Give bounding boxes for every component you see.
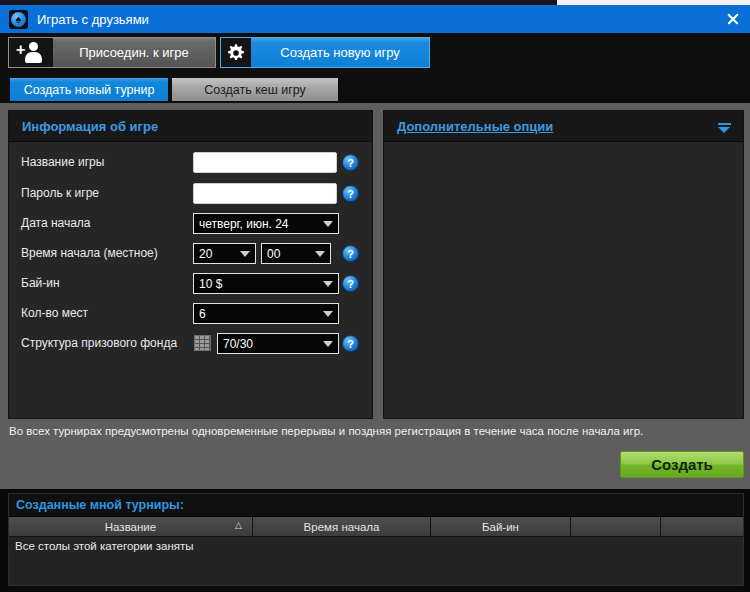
- prize-structure-row: Структура призового фонда 70/30 ?: [9, 333, 372, 355]
- start-date-dropdown[interactable]: четверг, июн. 24: [193, 213, 339, 234]
- tab-create-label: Создать новую игру: [251, 38, 429, 67]
- spade-icon: ♠: [11, 12, 26, 27]
- column-header-start-time[interactable]: Время начала: [253, 517, 430, 536]
- seats-dropdown[interactable]: 6: [193, 303, 339, 324]
- prize-structure-label: Структура призового фонда: [21, 336, 177, 350]
- buyin-help-icon[interactable]: ?: [342, 275, 359, 292]
- start-date-value: четверг, июн. 24: [199, 217, 289, 231]
- game-name-row: Название игры ?: [9, 152, 372, 174]
- password-row: Пароль к игре ?: [9, 183, 372, 205]
- password-help-icon[interactable]: ?: [342, 185, 359, 202]
- chevron-down-icon: [315, 251, 325, 257]
- collapse-panel-icon[interactable]: [718, 123, 731, 133]
- window-title: Играть с друзьями: [37, 12, 149, 27]
- start-hour-dropdown[interactable]: 20: [193, 243, 256, 264]
- tab-join-label: Присоедин. к игре: [53, 38, 215, 67]
- play-with-friends-dialog: ♠ Играть с друзьями + Присоедин. к игре …: [0, 0, 750, 592]
- my-tournaments-table-header: Название △ Время начала Бай-ин: [9, 517, 743, 537]
- tab-join-game[interactable]: + Присоедин. к игре: [8, 37, 216, 68]
- start-time-help-icon[interactable]: ?: [342, 245, 359, 262]
- buyin-value: 10 $: [199, 277, 222, 291]
- game-info-header: Информация об игре: [9, 111, 372, 142]
- my-tournaments-title: Созданные мной турниры:: [16, 498, 184, 512]
- column-header-empty-2[interactable]: [661, 517, 743, 536]
- additional-options-panel: Дополнительные опции: [383, 110, 744, 419]
- additional-options-header: Дополнительные опции: [384, 111, 743, 142]
- titlebar: ♠ Играть с друзьями: [0, 5, 750, 33]
- app-icon: ♠: [9, 10, 28, 29]
- my-tournaments-header: Созданные мной турниры:: [9, 494, 743, 517]
- start-hour-value: 20: [199, 247, 212, 261]
- prize-structure-help-icon[interactable]: ?: [342, 335, 359, 352]
- game-name-label: Название игры: [21, 155, 104, 169]
- column-header-buyin[interactable]: Бай-ин: [431, 517, 570, 536]
- game-name-input[interactable]: [193, 152, 337, 173]
- start-minute-dropdown[interactable]: 00: [261, 243, 331, 264]
- subtab-new-tournament[interactable]: Создать новый турнир: [10, 78, 168, 101]
- buyin-row: Бай-ин 10 $ ?: [9, 273, 372, 295]
- column-header-empty-1[interactable]: [571, 517, 660, 536]
- password-input[interactable]: [193, 183, 337, 204]
- chevron-down-icon: [323, 281, 333, 287]
- password-label: Пароль к игре: [21, 186, 99, 200]
- tab-create-game[interactable]: Создать новую игру: [220, 37, 430, 68]
- add-person-icon: +: [9, 38, 53, 67]
- chevron-down-icon: [240, 251, 250, 257]
- column-header-name[interactable]: Название △: [9, 517, 252, 536]
- subtab-cash-game[interactable]: Создать кеш игру: [172, 78, 338, 101]
- start-time-label: Время начала (местное): [21, 246, 158, 260]
- seats-value: 6: [199, 307, 206, 321]
- chevron-down-icon: [323, 311, 333, 317]
- prize-structure-value: 70/30: [223, 337, 253, 351]
- additional-options-link[interactable]: Дополнительные опции: [397, 119, 553, 134]
- game-info-title: Информация об игре: [22, 119, 158, 134]
- start-date-label: Дата начала: [21, 216, 91, 230]
- buyin-dropdown[interactable]: 10 $: [193, 273, 339, 294]
- game-info-panel: Информация об игре Название игры ? Парол…: [8, 110, 373, 419]
- seats-row: Кол-во мест 6: [9, 303, 372, 325]
- game-name-help-icon[interactable]: ?: [342, 154, 359, 171]
- sort-ascending-icon: △: [235, 520, 242, 530]
- my-tournaments-empty-message: Все столы этой категории заняты: [9, 537, 743, 585]
- create-button[interactable]: Создать: [620, 451, 744, 478]
- my-tournaments-panel: Созданные мной турниры: Название △ Время…: [8, 493, 744, 586]
- start-date-row: Дата начала четверг, июн. 24: [9, 213, 372, 235]
- start-time-row: Время начала (местное) 20 00 ?: [9, 243, 372, 265]
- seats-label: Кол-во мест: [21, 306, 88, 320]
- buyin-label: Бай-ин: [21, 276, 60, 290]
- tournament-note: Во всех турнирах предусмотрены одновреме…: [9, 425, 739, 437]
- prize-structure-dropdown[interactable]: 70/30: [217, 333, 339, 354]
- close-icon[interactable]: [725, 11, 741, 27]
- start-minute-value: 00: [267, 247, 280, 261]
- chevron-down-icon: [323, 341, 333, 347]
- prize-table-grid-icon[interactable]: [194, 335, 211, 351]
- chevron-down-icon: [323, 221, 333, 227]
- gear-icon: [221, 38, 251, 67]
